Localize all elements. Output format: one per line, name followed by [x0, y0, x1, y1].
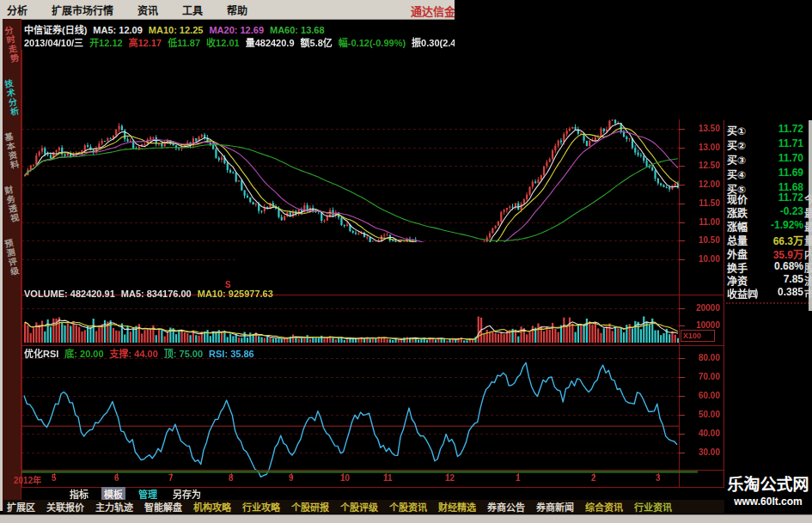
watermark: 乐淘公式网 www.60lt.com	[724, 469, 812, 514]
quote-row-next-col-clipped: 内	[804, 246, 812, 261]
date-label-11: 3	[656, 473, 661, 483]
bottom-menu-item-13[interactable]: 行业资讯	[634, 500, 672, 514]
menu-item-4[interactable]: 帮助	[227, 3, 247, 17]
menu-item-1[interactable]: 扩展市场行情	[52, 3, 113, 17]
quote-row-value: 7.85	[784, 273, 803, 285]
quote-row-12: 收益㈣0.385市	[726, 286, 812, 299]
quote-row-value: 11.70	[778, 152, 803, 164]
date-label-9: 1	[516, 473, 521, 483]
tab-0[interactable]: 指标	[67, 487, 91, 501]
signal-marker: S	[225, 280, 231, 289]
quote-row-next-col-clipped: 最	[804, 219, 812, 234]
header1-seg-0: 中信证券(日线)	[24, 25, 87, 35]
tab-1[interactable]: 模板	[101, 487, 125, 501]
quote-panel: 买①11.72买②11.71买③11.70买④11.69买⑤11.68现价11.…	[726, 119, 812, 309]
quote-row-9: 外盘35.9万内	[726, 246, 812, 259]
bottom-menu-item-2[interactable]: 主力轨迹	[95, 500, 133, 514]
menu-item-0[interactable]: 分析	[7, 3, 27, 17]
bottom-menu-item-12[interactable]: 综合资讯	[585, 500, 623, 514]
header2-seg-3: 低11.87	[168, 38, 200, 48]
quote-row-10: 换手0.68%股	[726, 260, 812, 273]
rsi-caption-seg-1: 底: 20.00	[64, 349, 103, 359]
taskbar-strip	[0, 514, 812, 523]
quote-row-label: 买①	[727, 123, 746, 137]
header1-seg-2: MA10: 12.25	[149, 25, 204, 35]
quote-row-label: 涨跌	[727, 205, 748, 220]
quote-row-8: 总量66.3万量	[726, 233, 812, 246]
quote-row-label: 买④	[727, 167, 746, 181]
sidebar-item-1[interactable]: 技术分析	[0, 78, 24, 131]
volume-caption-seg-1: MA5: 834176.00	[121, 289, 192, 299]
quote-row-value: 11.69	[778, 167, 803, 179]
quote-row-7: 涨幅-1.92%最	[726, 219, 812, 232]
date-label-5: 9	[289, 473, 294, 483]
sidebar-item-4[interactable]: 预测评级	[0, 238, 24, 291]
bottom-menu-item-5[interactable]: 行业攻略	[242, 500, 280, 514]
quote-row-2: 买③11.70	[726, 152, 812, 165]
volume-label-0: 20000	[684, 303, 720, 313]
header-ohlc-line: 2013/04/10/三开12.12高12.17低11.87收12.01量482…	[24, 35, 479, 49]
quote-row-label: 现价	[727, 192, 748, 206]
header1-seg-4: MA60: 13.68	[270, 25, 325, 35]
date-label-3: 7	[168, 473, 174, 483]
price-label-4: 11.50	[684, 198, 720, 208]
rsi-caption-line: 优化RSI底: 20.00支撑: 44.00顶: 75.00RSI: 35.86	[24, 346, 260, 360]
header2-seg-7: 幅-0.12(-0.99%)	[339, 38, 406, 48]
quote-row-value: 35.9万	[773, 246, 803, 261]
tdx-app-window: 分析扩展市场行情资讯工具帮助 通达信金融 分时走势技术分析基本资料财务透视预测评…	[0, 0, 812, 523]
price-label-2: 12.50	[684, 161, 720, 170]
bottom-menu-item-10[interactable]: 券商公告	[487, 500, 525, 514]
quote-row-3: 买④11.69	[726, 167, 812, 179]
date-label-4: 8	[229, 473, 234, 483]
menu-item-3[interactable]: 工具	[182, 3, 203, 17]
date-label-0: 2012年	[14, 473, 41, 486]
quote-row-next-col-clipped: 今	[804, 192, 812, 206]
tab-3[interactable]: 另存为	[170, 487, 204, 501]
rsi-caption-seg-0: 优化RSI	[24, 349, 58, 359]
price-label-7: 10.00	[684, 254, 720, 264]
rsi-label-5: 30.00	[684, 447, 720, 457]
bottom-menu-bar: 扩展区关联报价主力轨迹智能解盘机构攻略行业攻略个股研报个股评级个股资讯财经精选券…	[3, 500, 729, 514]
quote-row-value: 0.68%	[774, 260, 803, 272]
bottom-menu-item-9[interactable]: 财经精选	[438, 500, 476, 514]
rsi-caption-seg-2: 支撑: 44.00	[110, 349, 158, 359]
watermark-url: www.60lt.com	[724, 496, 812, 508]
bottom-menu-item-3[interactable]: 智能解盘	[144, 500, 182, 514]
sidebar-item-2[interactable]: 基本资料	[0, 131, 24, 185]
header2-seg-5: 量482420.9	[246, 38, 295, 48]
rsi-label-1: 70.00	[684, 372, 720, 381]
rsi-caption-seg-3: 顶: 75.00	[164, 349, 203, 359]
date-label-10: 2	[591, 473, 596, 483]
header2-seg-2: 高12.17	[129, 38, 162, 48]
bottom-menu-item-8[interactable]: 个股资讯	[389, 500, 427, 514]
bottom-menu-item-1[interactable]: 关联报价	[46, 500, 84, 514]
sidebar-item-3[interactable]: 财务透视	[0, 185, 24, 238]
header2-seg-0: 2013/04/10/三	[24, 38, 83, 48]
quote-row-next-col-clipped: 量	[804, 233, 812, 247]
bottom-menu-item-11[interactable]: 券商新闻	[536, 500, 574, 514]
volume-caption-seg-2: MA10: 925977.63	[198, 289, 273, 299]
quote-row-value: 11.71	[778, 137, 803, 149]
tab-2[interactable]: 管理	[136, 487, 160, 501]
quote-row-label: 外盘	[727, 246, 748, 261]
header1-seg-3: MA20: 12.69	[209, 25, 264, 35]
header-ma-line: 中信证券(日线)MA5: 12.09MA10: 12.25MA20: 12.69…	[24, 22, 331, 36]
bottom-menu-item-0[interactable]: 扩展区	[7, 500, 35, 514]
sidebar-item-0[interactable]: 分时走势	[0, 25, 24, 78]
quote-row-11: 净资7.85流	[726, 273, 812, 286]
bottom-menu-item-6[interactable]: 个股研报	[291, 500, 329, 514]
bottom-menu-item-4[interactable]: 机构攻略	[193, 500, 231, 514]
bottom-menu-item-7[interactable]: 个股评级	[340, 500, 378, 514]
price-label-1: 13.00	[684, 143, 720, 152]
quote-row-value: 0.385	[778, 286, 803, 298]
quote-row-label: 总量	[727, 233, 748, 247]
quote-row-next-col-clipped: 市	[804, 286, 812, 301]
quote-row-1: 买②11.71	[726, 137, 812, 150]
price-label-6: 10.50	[684, 235, 720, 245]
rsi-caption-seg-4: RSI: 35.86	[209, 349, 254, 359]
redaction-box-top-right	[455, 0, 812, 119]
quote-row-5: 现价11.72今	[726, 192, 812, 204]
quote-row-label: 涨幅	[727, 219, 748, 234]
left-sidebar: 分时走势技术分析基本资料财务透视预测评级	[0, 19, 21, 511]
menu-item-2[interactable]: 资讯	[137, 3, 158, 17]
